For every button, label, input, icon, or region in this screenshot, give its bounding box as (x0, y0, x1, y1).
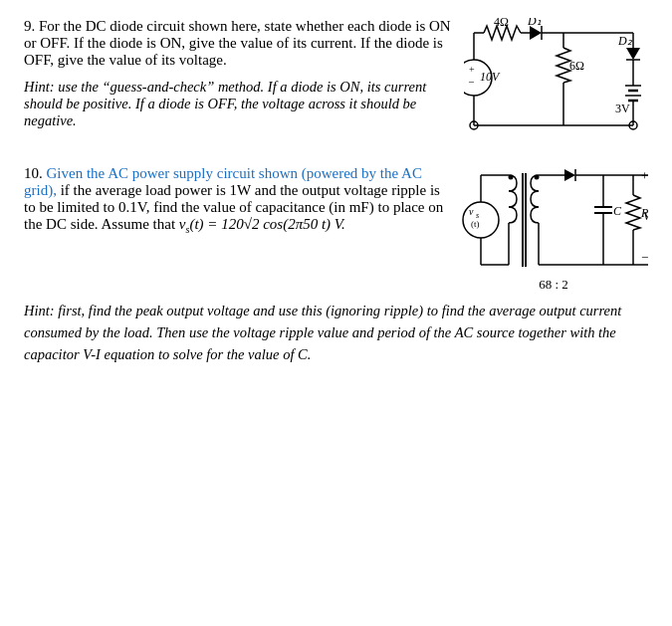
svg-point-47 (535, 175, 540, 180)
problem-9-circuit: + – 10V 4Ω D₁ (464, 18, 648, 147)
problem-10-hint: Hint: first, find the peak output voltag… (24, 301, 648, 365)
problem-10-blue: Given the AC power supply circuit shown … (24, 165, 422, 198)
circuit-1-svg: + – 10V 4Ω D₁ (464, 18, 648, 147)
svg-text:4Ω: 4Ω (494, 18, 509, 29)
svg-text:+: + (641, 168, 648, 183)
svg-text:(t): (t) (471, 219, 480, 229)
problem-9-statement: 9. For the DC diode circuit shown here, … (24, 18, 452, 69)
problem-9-hint: Hint: use the “guess-and-check” method. … (24, 79, 452, 129)
svg-marker-50 (564, 169, 575, 181)
problem-10-text: 10. Given the AC power supply circuit sh… (24, 165, 459, 235)
svg-text:v: v (469, 206, 474, 217)
problem-9: 9. For the DC diode circuit shown here, … (24, 18, 648, 147)
problem-9-number: 9. (24, 18, 35, 34)
problem-10-circuit: v s (t) (459, 165, 648, 293)
svg-text:Vo: Vo (643, 209, 648, 224)
svg-marker-20 (626, 48, 640, 60)
problem-10: 10. Given the AC power supply circuit sh… (24, 165, 648, 365)
svg-text:+: + (469, 64, 475, 75)
circuit-2-svg: v s (t) (459, 165, 648, 275)
svg-text:3V: 3V (615, 102, 630, 115)
problem-9-text: 9. For the DC diode circuit shown here, … (24, 18, 464, 129)
svg-text:6Ω: 6Ω (569, 59, 584, 73)
problem-10-number: 10. (24, 165, 43, 181)
svg-text:D₁: D₁ (527, 18, 542, 28)
svg-point-46 (509, 175, 514, 180)
vs-formula: vs(t) = 120√2 cos(2π50 t) V. (179, 216, 345, 232)
svg-text:10V: 10V (480, 70, 501, 84)
svg-text:D₂: D₂ (617, 34, 633, 48)
transformer-ratio: 68 : 2 (539, 277, 568, 293)
svg-text:–: – (468, 76, 475, 87)
svg-marker-11 (530, 26, 542, 40)
problem-10-body: 10. Given the AC power supply circuit sh… (24, 165, 648, 293)
problem-10-statement: 10. Given the AC power supply circuit sh… (24, 165, 449, 235)
svg-text:−: − (641, 250, 648, 265)
svg-text:C: C (613, 204, 622, 218)
problem-10-hint-text: Hint: first, find the peak output voltag… (24, 303, 621, 362)
